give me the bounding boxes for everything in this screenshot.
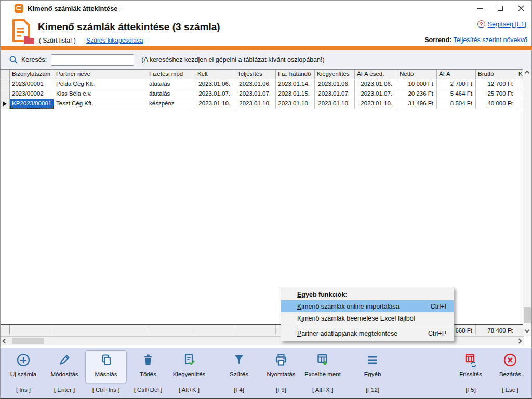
- app-icon: [15, 4, 23, 13]
- table-row[interactable]: 2023/00002 Kiss Béla e.v. átutalás 2023.…: [1, 89, 532, 99]
- col-header[interactable]: Fiz. határidő: [276, 70, 315, 79]
- scroll-left-icon[interactable]: [3, 339, 8, 344]
- scroll-up-icon[interactable]: [525, 71, 530, 76]
- help-link[interactable]: ? Segítség [F1]: [477, 20, 526, 28]
- menu-separator: [297, 326, 452, 326]
- copy-button[interactable]: Másolás [ Ctrl+Ins ]: [84, 348, 128, 398]
- cell-fiz-hatarido[interactable]: 2023.01.10.: [276, 99, 315, 109]
- document-check-icon: [167, 353, 211, 368]
- table-row-selected[interactable]: KP2023/00001 Teszt Cég Kft. készpénz 202…: [1, 99, 532, 109]
- app-window: Kimenő számlák áttekintése Kimenő számlá…: [0, 0, 532, 399]
- minimize-button[interactable]: [469, 1, 490, 16]
- filter-button[interactable]: Szűrés [F4]: [217, 348, 261, 398]
- modify-button[interactable]: Módosítás [ Enter ]: [42, 348, 87, 398]
- table-export-icon: [300, 353, 345, 368]
- vertical-scroll-thumb[interactable]: [524, 307, 531, 323]
- cell-teljesites[interactable]: 2023.01.06.: [235, 79, 276, 89]
- cell-afa-esed[interactable]: 2023.01.07.: [355, 89, 397, 99]
- cell-fizetesi-mod[interactable]: átutalás: [147, 89, 195, 99]
- cell-brutto[interactable]: 12 700 Ft: [476, 79, 516, 89]
- cell-fiz-hatarido[interactable]: 2023.01.14.: [276, 79, 315, 89]
- cell-partner[interactable]: Példa Cég Kft.: [54, 79, 147, 89]
- close-circle-icon: [488, 353, 532, 368]
- help-link-label: Segítség [F1]: [488, 21, 526, 28]
- sort-line: Sorrend: Teljesítés szerint növekvő: [424, 36, 527, 44]
- cell-kiegyenlites[interactable]: 2023.01.07.: [315, 89, 355, 99]
- row-selector[interactable]: [1, 89, 10, 99]
- cell-bizonylatszam[interactable]: 2023/00002: [10, 89, 54, 99]
- table-row[interactable]: 2023/00001 Példa Cég Kft. átutalás 2023.…: [1, 79, 532, 89]
- col-header[interactable]: Kiegyenlítés: [315, 70, 355, 79]
- horizontal-scroll-thumb[interactable]: [12, 338, 44, 344]
- col-header[interactable]: Nettó: [397, 70, 437, 79]
- cell-teljesites[interactable]: 2023.01.07.: [235, 89, 276, 99]
- grid-header-row: Bizonylatszám Partner neve Fizetési mód …: [1, 70, 532, 79]
- vertical-scrollbar[interactable]: [523, 69, 531, 336]
- search-input[interactable]: [51, 54, 134, 66]
- col-header[interactable]: Partner neve: [54, 70, 147, 79]
- settle-button[interactable]: Kiegyenlítés [ Alt+K ]: [167, 348, 211, 398]
- menu-header: Egyéb funkciók:: [281, 288, 454, 300]
- cell-partner[interactable]: Teszt Cég Kft.: [54, 99, 147, 109]
- cell-bizonylatszam-selected[interactable]: KP2023/00001: [10, 99, 54, 109]
- export-excel-button[interactable]: Excelbe ment [ Alt+X ]: [300, 348, 345, 398]
- bottom-toolbar: Új számla [ Ins ] Módosítás [ Enter ] Má…: [1, 348, 531, 398]
- cell-kiegyenlites[interactable]: 2023.01.06.: [315, 79, 355, 89]
- row-selector-active[interactable]: [1, 99, 10, 109]
- table-refresh-icon: [448, 353, 493, 368]
- refresh-button[interactable]: Frissítés [F5]: [448, 348, 493, 398]
- col-header[interactable]: Fizetési mód: [147, 70, 195, 79]
- cell-netto[interactable]: 10 000 Ft: [397, 79, 437, 89]
- col-header[interactable]: Bizonylatszám: [10, 70, 54, 79]
- cell-afa[interactable]: 5 464 Ft: [437, 89, 476, 99]
- col-header[interactable]: Kelt: [195, 70, 235, 79]
- col-header[interactable]: ÁFA: [437, 70, 476, 79]
- scroll-right-icon[interactable]: [517, 339, 522, 344]
- search-icon: [9, 55, 18, 64]
- close-button[interactable]: [511, 1, 531, 16]
- page-title: Kimenő számlák áttekintése (3 számla): [38, 21, 220, 33]
- menu-item-excel-import[interactable]: Kimenő számlák beemelése Excel fájlból: [281, 312, 454, 324]
- delete-button[interactable]: Törlés [ Ctrl+Del ]: [126, 348, 170, 398]
- col-header[interactable]: Teljesítés: [235, 70, 276, 79]
- print-button[interactable]: Nyomtatás [F9]: [259, 348, 303, 398]
- pencil-icon: [42, 353, 87, 368]
- plus-circle-icon: [1, 353, 46, 368]
- filter-off-link[interactable]: Szűrés kikapcsolása: [86, 37, 143, 44]
- cell-teljesites[interactable]: 2023.01.10.: [235, 99, 276, 109]
- cell-afa-esed[interactable]: 2023.01.06.: [355, 79, 397, 89]
- cell-kelt[interactable]: 2023.01.10.: [195, 99, 235, 109]
- cell-kiegyenlites[interactable]: 2023.01.10.: [315, 99, 355, 109]
- menu-item-partner-sheet[interactable]: Partner adatlapjának megtekintése Ctrl+P: [281, 327, 454, 339]
- cell-brutto[interactable]: 25 700 Ft: [476, 89, 516, 99]
- cell-bizonylatszam[interactable]: 2023/00001: [10, 79, 54, 89]
- new-invoice-button[interactable]: Új számla [ Ins ]: [1, 348, 46, 398]
- other-functions-button[interactable]: Egyéb [F12]: [350, 348, 395, 398]
- cell-fiz-hatarido[interactable]: 2023.01.15.: [276, 89, 315, 99]
- cell-fizetesi-mod[interactable]: készpénz: [147, 99, 195, 109]
- cell-partner[interactable]: Kiss Béla e.v.: [54, 89, 147, 99]
- cell-afa-esed[interactable]: 2023.01.10.: [355, 99, 397, 109]
- cell-netto[interactable]: 20 236 Ft: [397, 89, 437, 99]
- accent-divider: [1, 46, 531, 50]
- cell-brutto[interactable]: 40 000 Ft: [476, 99, 516, 109]
- invoice-document-icon: [10, 19, 35, 45]
- cell-kelt[interactable]: 2023.01.06.: [195, 79, 235, 89]
- sort-link[interactable]: Teljesítés szerint növekvő: [454, 36, 527, 44]
- cell-afa[interactable]: 8 504 Ft: [437, 99, 476, 109]
- menu-lines-icon: [350, 353, 395, 368]
- help-icon: ?: [477, 20, 485, 28]
- cell-netto[interactable]: 31 496 Ft: [397, 99, 437, 109]
- menu-item-online-import[interactable]: Kimenő számlák online importálása Ctrl+I: [281, 300, 454, 312]
- funnel-icon: [217, 353, 261, 368]
- close-icon: [518, 5, 524, 11]
- scroll-down-icon[interactable]: [525, 328, 530, 333]
- col-header[interactable]: ÁFA esed.: [355, 70, 397, 79]
- maximize-button[interactable]: [490, 1, 511, 16]
- cell-afa[interactable]: 2 700 Ft: [437, 79, 476, 89]
- cell-fizetesi-mod[interactable]: átutalás: [147, 79, 195, 89]
- col-header[interactable]: Bruttó: [476, 70, 516, 79]
- close-window-button[interactable]: Bezárás [ Esc ]: [488, 348, 532, 398]
- row-selector[interactable]: [1, 79, 10, 89]
- cell-kelt[interactable]: 2023.01.07.: [195, 89, 235, 99]
